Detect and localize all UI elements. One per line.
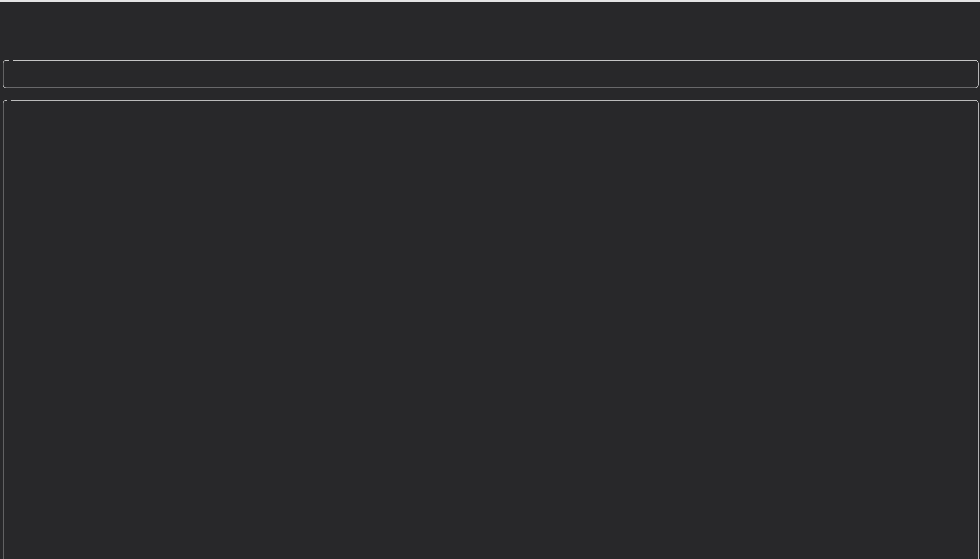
window-edge	[0, 0, 980, 2]
warning-item	[0, 66, 25, 80]
tokio-console-terminal	[0, 0, 980, 559]
tasks-panel-title	[7, 93, 11, 106]
tasks-panel	[3, 100, 978, 559]
warnings-panel	[3, 60, 978, 88]
warnings-title	[9, 53, 13, 66]
